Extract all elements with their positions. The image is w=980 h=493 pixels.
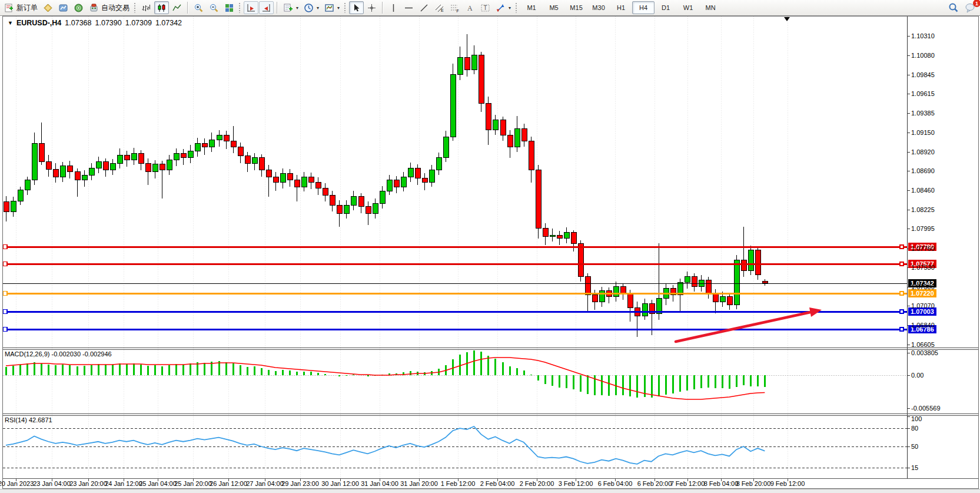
crosshair-icon — [367, 3, 377, 13]
horizontal-line-button[interactable] — [401, 1, 416, 14]
text-button[interactable]: A — [463, 1, 477, 14]
search-button[interactable] — [946, 1, 961, 14]
svg-text:F: F — [457, 8, 459, 12]
indicator-window-remove-button[interactable] — [259, 1, 274, 14]
new-order-button[interactable]: 新订单 — [2, 1, 40, 14]
indicator-list-icon — [324, 3, 334, 13]
navigator-radar-icon — [74, 3, 84, 13]
indicator-window-add-button[interactable] — [244, 1, 258, 14]
trend-line-button[interactable] — [417, 1, 431, 14]
text-label-icon: T — [480, 3, 490, 13]
chart-canvas[interactable] — [0, 16, 980, 493]
fibonacci-icon: F — [450, 3, 460, 13]
timeframe-button-m30[interactable]: M30 — [587, 1, 610, 14]
chart-svg — [0, 16, 980, 493]
timeframe-button-d1[interactable]: D1 — [655, 1, 677, 14]
toolbar-grip — [134, 2, 136, 13]
new-order-icon — [4, 3, 14, 13]
timeframe-button-h4[interactable]: H4 — [632, 1, 655, 14]
toolbar-right-tools: 1 — [946, 1, 978, 14]
terminal-window: 新订单 自动交易 — [0, 0, 980, 493]
toolbar-grip — [238, 2, 241, 13]
svg-text:T: T — [484, 5, 487, 11]
toolbar-separator — [187, 2, 188, 14]
zoom-out-button[interactable] — [207, 1, 221, 14]
toolbar-separator — [277, 2, 278, 14]
new-template-button[interactable]: ▾ — [281, 1, 301, 14]
timeframe-button-m1[interactable]: M1 — [520, 1, 543, 14]
zoom-out-icon — [209, 3, 219, 13]
fibonacci-button[interactable]: F — [447, 1, 462, 14]
charts-icon — [58, 3, 68, 13]
arrow-objects-button[interactable]: ▾ — [493, 1, 513, 14]
indicator-list-button[interactable]: ▾ — [322, 1, 342, 14]
tile-windows-icon — [224, 3, 234, 13]
timeframe-button-mn[interactable]: MN — [699, 1, 722, 14]
autotrading-label: 自动交易 — [101, 3, 129, 13]
candlestick-chart-icon — [157, 3, 167, 13]
svg-text:E: E — [441, 8, 444, 12]
cursor-button[interactable] — [349, 1, 364, 14]
dropdown-caret-icon: ▾ — [296, 5, 298, 11]
zoom-in-button[interactable] — [191, 1, 206, 14]
new-order-label: 新订单 — [16, 3, 38, 13]
line-chart-button[interactable] — [170, 1, 184, 14]
navigator-button[interactable] — [71, 1, 86, 14]
candlestick-chart-button[interactable] — [154, 1, 169, 14]
timeframe-group: M1M5M15M30H1H4D1W1MN — [520, 1, 722, 14]
toolbar-grip — [344, 2, 346, 13]
cursor-arrow-icon — [351, 3, 361, 13]
crosshair-button[interactable] — [364, 1, 379, 14]
horizontal-line-icon — [404, 3, 414, 13]
toolbar: 新订单 自动交易 — [0, 0, 980, 16]
status-bar — [0, 489, 980, 493]
timeframe-button-w1[interactable]: W1 — [677, 1, 699, 14]
text-icon: A — [465, 3, 475, 13]
equidistant-channel-button[interactable]: E — [432, 1, 447, 14]
indicator-window-remove-icon — [261, 3, 271, 13]
toolbar-grip — [515, 2, 517, 13]
text-label-button[interactable]: T — [478, 1, 493, 14]
profiles-button[interactable] — [41, 1, 55, 14]
autotrading-robot-icon — [89, 3, 99, 13]
timeframe-button-m5[interactable]: M5 — [543, 1, 565, 14]
bar-chart-button[interactable] — [139, 1, 154, 14]
new-template-icon — [283, 3, 293, 13]
vertical-line-icon — [388, 3, 398, 13]
trend-line-icon — [419, 3, 429, 13]
equidistant-channel-icon: E — [434, 3, 444, 13]
line-chart-icon — [172, 3, 182, 13]
svg-text:A: A — [467, 4, 473, 12]
arrow-objects-icon — [496, 3, 506, 13]
tile-windows-button[interactable] — [222, 1, 237, 14]
indicator-window-add-icon — [246, 3, 256, 13]
notifications-button[interactable]: 1 — [962, 1, 978, 14]
dropdown-caret-icon: ▾ — [337, 5, 340, 11]
bar-chart-icon — [141, 3, 151, 13]
periods-button[interactable]: ▾ — [301, 1, 321, 14]
periods-clock-icon — [304, 3, 314, 13]
timeframe-button-h1[interactable]: H1 — [610, 1, 632, 14]
profiles-icon — [43, 3, 53, 13]
timeframe-button-m15[interactable]: M15 — [565, 1, 587, 14]
dropdown-caret-icon: ▾ — [317, 5, 319, 11]
charts-button[interactable] — [56, 1, 71, 14]
autotrading-button[interactable]: 自动交易 — [87, 1, 132, 14]
search-icon — [948, 2, 959, 13]
dropdown-caret-icon: ▾ — [509, 5, 511, 11]
zoom-in-icon — [194, 3, 204, 13]
toolbar-separator — [382, 2, 383, 14]
vertical-line-button[interactable] — [386, 1, 401, 14]
notification-badge: 1 — [973, 0, 980, 7]
